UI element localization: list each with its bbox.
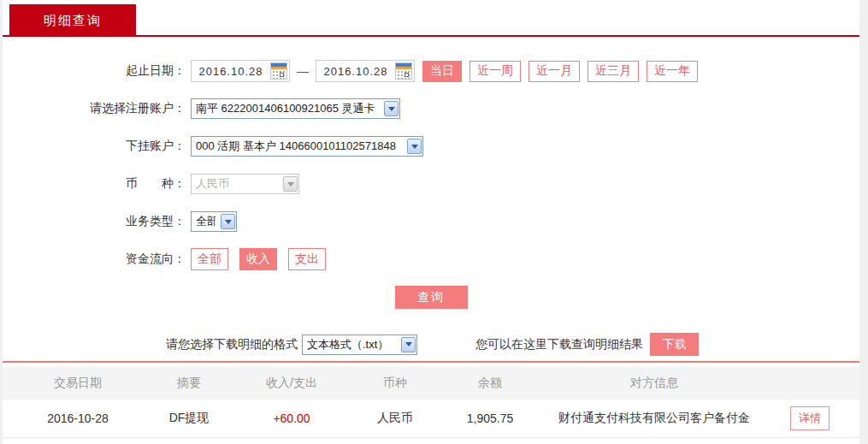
header-balance: 余额 — [432, 376, 548, 391]
registered-account-select[interactable]: 南平 6222001406100921065 灵通卡 — [191, 98, 400, 119]
tab-bar: 明细查询 — [3, 0, 859, 37]
chevron-down-icon — [407, 139, 422, 154]
business-type-row: 业务类型： 全部 — [3, 210, 859, 233]
currency-value: 人民币 — [196, 176, 278, 192]
detail-query-panel: 明细查询 起止日期： 2016.10.28 — 2016.10.28 — [3, 0, 859, 444]
query-button[interactable]: 查询 — [395, 286, 468, 309]
cell-summary: DF提现 — [153, 411, 225, 426]
sub-account-select[interactable]: 000 活期 基本户 1406600101102571848 — [191, 136, 423, 157]
table-row: 2016-10-28 DF提现 +60.00 人民币 1,905.75 财付通支… — [3, 400, 859, 438]
sub-account-value: 000 活期 基本户 1406600101102571848 — [196, 139, 402, 154]
currency-row: 币 种： 人民币 — [3, 173, 859, 195]
fund-flow-row: 资金流向： 全部 收入 支出 — [3, 248, 859, 270]
business-type-value: 全部 — [196, 214, 216, 229]
fund-flow-income-button[interactable]: 收入 — [239, 248, 277, 270]
query-button-area: 查询 — [3, 286, 859, 309]
chevron-down-icon — [384, 101, 399, 116]
header-income-expense: 收入/支出 — [225, 376, 358, 391]
header-summary: 摘要 — [153, 376, 225, 391]
sub-account-row: 下挂账户： 000 活期 基本户 1406600101102571848 — [3, 135, 859, 157]
registered-account-row: 请选择注册账户： 南平 6222001406100921065 灵通卡 — [3, 98, 859, 120]
fund-flow-label: 资金流向： — [3, 252, 186, 267]
quick-range-year-button[interactable]: 近一年 — [647, 61, 698, 82]
table-header-row: 交易日期 摘要 收入/支出 币种 余额 对方信息 — [3, 367, 859, 400]
cell-counterparty: 财付通支付科技有限公司客户备付金 — [548, 411, 760, 426]
section-divider — [3, 361, 859, 363]
start-date-value: 2016.10.28 — [192, 65, 270, 78]
tab-detail-query[interactable]: 明细查询 — [9, 4, 136, 37]
chevron-down-icon — [283, 176, 298, 192]
query-form: 起止日期： 2016.10.28 — 2016.10.28 — [3, 37, 859, 309]
business-type-label: 业务类型： — [3, 214, 186, 229]
business-type-select[interactable]: 全部 — [191, 211, 237, 232]
quick-range-week-button[interactable]: 近一周 — [469, 61, 521, 82]
registered-account-value: 南平 6222001406100921065 灵通卡 — [196, 101, 379, 116]
quick-range-3months-button[interactable]: 近三月 — [588, 61, 639, 82]
download-button[interactable]: 下载 — [650, 333, 699, 356]
cell-amount: +60.00 — [225, 411, 358, 425]
download-format-select[interactable]: 文本格式（.txt） — [302, 334, 417, 355]
currency-label: 币 种： — [3, 176, 186, 192]
download-row: 请您选择下载明细的格式 文本格式（.txt） 您可以在这里下载查询明细结果 下载 — [3, 333, 859, 356]
end-date-input[interactable]: 2016.10.28 — [316, 60, 415, 82]
cell-currency: 人民币 — [358, 411, 432, 426]
chevron-down-icon — [221, 214, 235, 229]
header-counterparty: 对方信息 — [548, 376, 760, 391]
date-range-label: 起止日期： — [3, 63, 186, 79]
chevron-down-icon — [401, 337, 416, 352]
download-format-label: 请您选择下载明细的格式 — [166, 337, 298, 352]
quick-range-month-button[interactable]: 近一月 — [528, 61, 580, 82]
download-hint: 您可以在这里下载查询明细结果 — [475, 337, 643, 352]
header-trade-date: 交易日期 — [3, 376, 153, 391]
quick-range-today-button[interactable]: 当日 — [422, 61, 462, 82]
currency-select: 人民币 — [191, 174, 299, 194]
cell-trade-date: 2016-10-28 — [3, 411, 153, 425]
results-table: 交易日期 摘要 收入/支出 币种 余额 对方信息 2016-10-28 DF提现… — [3, 367, 859, 438]
date-range-row: 起止日期： 2016.10.28 — 2016.10.28 — [3, 60, 859, 82]
fund-flow-expense-button[interactable]: 支出 — [288, 248, 326, 270]
sub-account-label: 下挂账户： — [3, 139, 186, 154]
download-format-value: 文本格式（.txt） — [307, 337, 396, 352]
cell-balance: 1,905.75 — [432, 411, 548, 425]
fund-flow-all-button[interactable]: 全部 — [191, 248, 228, 270]
header-currency: 币种 — [358, 376, 432, 391]
registered-account-label: 请选择注册账户： — [3, 101, 186, 116]
calendar-icon[interactable] — [270, 62, 287, 80]
date-range-separator: — — [297, 64, 309, 78]
start-date-input[interactable]: 2016.10.28 — [191, 60, 290, 82]
detail-button[interactable]: 详情 — [790, 406, 830, 430]
end-date-value: 2016.10.28 — [316, 65, 395, 78]
calendar-icon[interactable] — [395, 62, 412, 80]
